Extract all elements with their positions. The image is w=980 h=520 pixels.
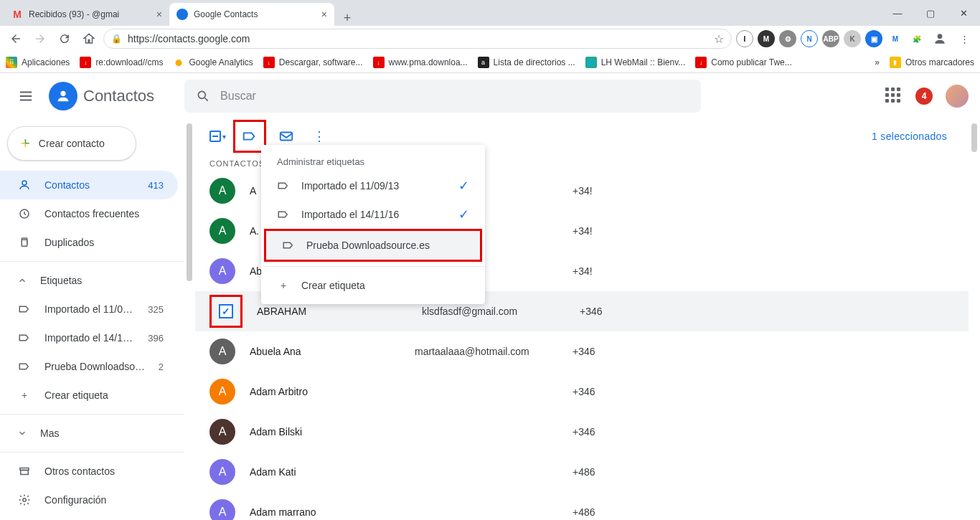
close-icon[interactable]: ×	[156, 9, 162, 20]
main-scrollbar[interactable]	[969, 119, 980, 520]
archive-icon	[17, 465, 32, 478]
chevron-down-icon	[17, 428, 27, 438]
contacts-logo-icon	[49, 82, 77, 110]
bookmarks-bar: ⠿Aplicaciones ↓re:download//cms ⬤Google …	[0, 52, 980, 73]
bookmark-overflow[interactable]: »	[875, 57, 880, 67]
row-checkbox[interactable]: ✓	[213, 298, 239, 324]
contact-row[interactable]: AAbuela Anamartaalaaa@hotmail.com+346	[195, 331, 969, 372]
highlight-box: Prueba Downloadsource.es	[264, 229, 482, 262]
scrollbar-thumb[interactable]	[187, 123, 192, 281]
bookmark-item[interactable]: ↓re:download//cms	[80, 57, 163, 68]
scrollbar-thumb[interactable]	[971, 123, 977, 152]
sidebar-settings[interactable]: Configuración	[0, 486, 178, 514]
ext-icon[interactable]: N	[801, 30, 818, 47]
bookmark-star-icon[interactable]: ☆	[714, 32, 724, 46]
sidebar-more[interactable]: Mas	[0, 419, 184, 448]
selection-count: 1 seleccionados	[872, 131, 954, 142]
sidebar-create-label[interactable]: + Crear etiqueta	[0, 381, 178, 410]
ext-icon[interactable]: I	[736, 30, 753, 47]
bookmark-webmail[interactable]: 🌐LH WebMail :: Bienv...	[585, 57, 686, 68]
bookmark-item[interactable]: ↓www.pma.downloa...	[373, 57, 468, 68]
sidebar-label-item[interactable]: Importado el 14/11/... 396	[0, 323, 178, 352]
reload-button[interactable]	[55, 29, 75, 49]
bookmark-item[interactable]: ↓Como publicar Twe...	[695, 57, 792, 68]
contact-row[interactable]: AAdam Kati+486	[195, 452, 969, 492]
popup-label-item[interactable]: Prueba Downloadsource.es	[266, 231, 480, 260]
sidebar-item-duplicates[interactable]: Duplicados	[0, 228, 178, 257]
sidebar: + Crear contacto Contactos 413 Contactos…	[0, 119, 184, 520]
tab-gmail[interactable]: M Recibidos (93) - @gmai ×	[4, 3, 169, 26]
browser-toolbar: 🔒 https://contacts.google.com ☆ I M ⚙ N …	[0, 26, 980, 52]
select-all-button[interactable]: ▾	[209, 131, 226, 142]
back-button[interactable]	[6, 29, 26, 49]
gmail-icon: M	[11, 9, 23, 20]
minimize-button[interactable]: —	[881, 8, 914, 19]
forward-button[interactable]	[30, 29, 50, 49]
highlight-box: ✓	[209, 295, 242, 328]
svg-rect-7	[21, 471, 29, 475]
checkmark-icon: ✓	[458, 178, 469, 194]
contact-row[interactable]: AAdam Arbitro+346	[195, 372, 969, 412]
other-bookmarks[interactable]: ▮Otros marcadores	[890, 57, 974, 68]
browser-menu-button[interactable]: ⋮	[954, 29, 974, 49]
tab-contacts[interactable]: 👤 Google Contacts ×	[169, 3, 334, 26]
contact-avatar: A	[209, 339, 235, 364]
contact-row[interactable]: AAdam marrano+486	[195, 492, 969, 520]
contact-phone: +346	[573, 386, 595, 397]
label-icon	[17, 303, 32, 316]
plus-icon: +	[17, 389, 32, 401]
bookmark-apps[interactable]: ⠿Aplicaciones	[6, 57, 70, 68]
ext-icon[interactable]: ▣	[865, 30, 882, 47]
new-tab-button[interactable]: +	[337, 11, 357, 26]
google-apps-button[interactable]	[885, 88, 903, 105]
bookmark-analytics[interactable]: ⬤Google Analytics	[173, 57, 253, 68]
create-contact-button[interactable]: + Crear contacto	[7, 126, 136, 161]
close-icon[interactable]: ×	[321, 9, 327, 20]
maximize-button[interactable]: ▢	[914, 8, 947, 19]
divider	[0, 261, 184, 262]
contact-avatar: A	[209, 178, 235, 204]
contact-email: klsdfasdf@gmail.com	[422, 306, 565, 317]
app-logo[interactable]: Contactos	[49, 82, 154, 110]
close-button[interactable]: ✕	[947, 8, 980, 19]
contact-row[interactable]: AAdam Bilski+346	[195, 412, 969, 452]
contact-avatar: A	[209, 499, 235, 520]
ext-icon[interactable]: ⚙	[779, 30, 796, 47]
sidebar-item-contacts[interactable]: Contactos 413	[0, 171, 178, 199]
bookmark-icon: ↓	[695, 57, 707, 68]
home-button[interactable]	[79, 29, 99, 49]
main-menu-button[interactable]	[11, 82, 40, 110]
popup-create-label[interactable]: + Crear etiqueta	[261, 271, 485, 300]
sidebar-label-item[interactable]: Importado el 11/09/... 325	[0, 295, 178, 323]
ext-icon[interactable]: 🧩	[908, 30, 925, 47]
sidebar-labels-header[interactable]: Etiquetas	[0, 266, 184, 295]
apps-icon: ⠿	[6, 57, 17, 68]
bookmark-item[interactable]: aLista de directorios ...	[478, 57, 575, 68]
plus-icon: +	[277, 280, 290, 291]
sidebar-label-item[interactable]: Prueba Downloadsour... 2	[0, 352, 178, 381]
google-contacts-icon: 👤	[176, 9, 188, 20]
sidebar-scrollbar[interactable]	[184, 119, 195, 520]
manage-labels-button[interactable]	[237, 123, 263, 149]
search-input[interactable]: Buscar	[184, 80, 701, 113]
address-bar[interactable]: 🔒 https://contacts.google.com ☆	[103, 29, 732, 49]
contact-phone: +486	[573, 506, 595, 518]
account-avatar[interactable]	[946, 85, 969, 108]
popup-label-item[interactable]: Importado el 11/09/13 ✓	[261, 171, 485, 200]
ext-icon[interactable]: K	[844, 30, 861, 47]
person-icon	[17, 179, 32, 192]
contact-email: martaalaaa@hotmail.com	[415, 346, 558, 357]
popup-label-item[interactable]: Importado el 14/11/16 ✓	[261, 200, 485, 229]
contact-phone: +34!	[573, 225, 593, 237]
notifications-badge[interactable]: 4	[915, 88, 933, 105]
contact-name: Abuela Ana	[250, 346, 400, 357]
checkmark-icon: ✓	[458, 207, 469, 222]
window-controls: — ▢ ✕	[881, 0, 980, 26]
ext-icon[interactable]: M	[758, 30, 775, 47]
sidebar-item-frequent[interactable]: Contactos frecuentes	[0, 199, 178, 228]
ext-abp-icon[interactable]: ABP	[822, 30, 839, 47]
profile-button[interactable]	[930, 29, 950, 49]
sidebar-other-contacts[interactable]: Otros contactos	[0, 457, 178, 486]
ext-icon[interactable]: M	[887, 30, 904, 47]
bookmark-item[interactable]: ↓Descargar, software...	[263, 57, 363, 68]
